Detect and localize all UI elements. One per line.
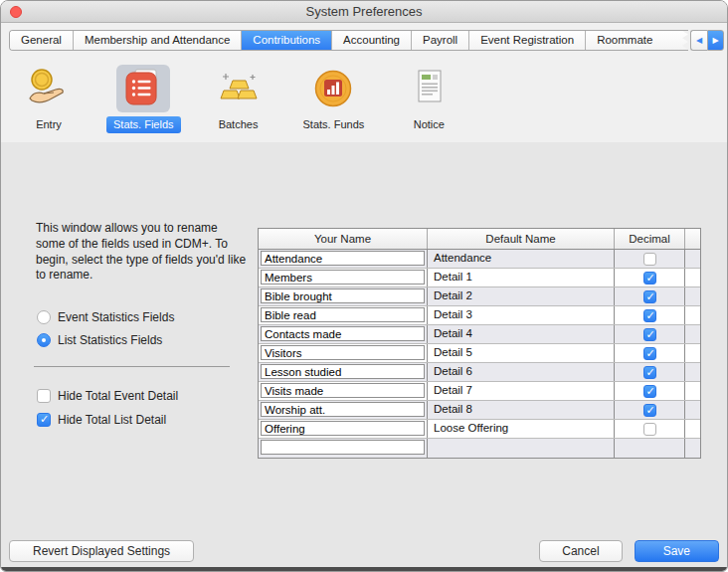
- your-name-cell: [259, 250, 428, 268]
- tab-scroll-left-button[interactable]: ◀: [690, 30, 707, 51]
- cancel-button[interactable]: Cancel: [539, 540, 622, 562]
- header-default-name: Default Name: [428, 229, 615, 249]
- default-name-cell: Detail 4: [428, 325, 615, 343]
- toolbar-label-entry: Entry: [29, 116, 69, 133]
- fields-table: Your Name Default Name Decimal Attendanc…: [258, 228, 701, 459]
- extra-cell: [685, 382, 700, 400]
- your-name-input[interactable]: [261, 307, 425, 322]
- tab-roommate[interactable]: Roommate: [586, 31, 688, 50]
- decimal-cell: [615, 420, 685, 438]
- toolbar-label-notice: Notice: [407, 116, 452, 133]
- your-name-cell: [259, 420, 428, 438]
- checkbox-label: Hide Total Event Detail: [58, 389, 178, 403]
- decimal-cell: [615, 344, 685, 362]
- your-name-input[interactable]: [261, 402, 425, 417]
- radio-label: Event Statistics Fields: [58, 310, 174, 324]
- your-name-cell: [259, 287, 428, 305]
- decimal-checkbox[interactable]: [643, 423, 656, 436]
- radio-button-icon: [37, 310, 51, 324]
- checkbox-icon: [37, 413, 51, 427]
- toolbar-item-stats-funds[interactable]: Stats. Funds: [296, 65, 372, 133]
- table-row: Detail 8: [259, 401, 700, 420]
- table-row: Loose Offering: [259, 420, 700, 439]
- table-row: Attendance: [259, 250, 700, 269]
- gold-bars-icon: [212, 65, 266, 112]
- decimal-checkbox[interactable]: [643, 404, 656, 417]
- toolbar-item-stats-fields[interactable]: Stats. Fields: [106, 65, 181, 133]
- sidebar-divider: [34, 366, 230, 367]
- your-name-input[interactable]: [261, 364, 425, 379]
- your-name-input[interactable]: [261, 440, 425, 455]
- tab-event-registration[interactable]: Event Registration: [469, 31, 586, 50]
- tab-accounting[interactable]: Accounting: [332, 31, 412, 50]
- your-name-input[interactable]: [261, 345, 425, 360]
- radio-button-icon: [37, 333, 51, 347]
- your-name-input[interactable]: [261, 383, 425, 398]
- table-header: Your Name Default Name Decimal: [259, 229, 700, 250]
- system-preferences-window: System Preferences General Membership an…: [0, 0, 728, 572]
- your-name-input[interactable]: [261, 421, 425, 436]
- your-name-input[interactable]: [261, 288, 425, 303]
- close-button[interactable]: [10, 6, 22, 18]
- coin-in-hand-icon: [22, 65, 76, 112]
- extra-cell: [685, 250, 700, 268]
- default-name-cell: Detail 7: [428, 382, 615, 400]
- checkbox-hide-total-list-detail[interactable]: Hide Total List Detail: [37, 413, 166, 427]
- radio-event-statistics-fields[interactable]: Event Statistics Fields: [37, 310, 174, 324]
- document-icon: [402, 65, 455, 112]
- table-row: [259, 439, 700, 458]
- table-row: Detail 5: [259, 344, 700, 363]
- default-name-cell: Detail 8: [428, 401, 615, 419]
- your-name-input[interactable]: [261, 251, 425, 266]
- tab-membership-and-attendance[interactable]: Membership and Attendance: [74, 31, 242, 50]
- revert-displayed-settings-button[interactable]: Revert Displayed Settings: [9, 540, 194, 562]
- tab-strip: General Membership and Attendance Contri…: [9, 30, 688, 51]
- extra-cell: [685, 439, 700, 458]
- default-name-cell: Detail 2: [428, 287, 615, 305]
- your-name-cell: [259, 363, 428, 381]
- right-arrow-icon: ▶: [712, 36, 718, 45]
- tab-general[interactable]: General: [10, 31, 74, 50]
- your-name-input[interactable]: [261, 326, 425, 341]
- table-row: Detail 2: [259, 287, 700, 306]
- toolbar-label-stats-funds: Stats. Funds: [296, 116, 372, 133]
- tab-bar: General Membership and Attendance Contri…: [1, 23, 727, 57]
- decimal-cell: [615, 401, 685, 419]
- extra-cell: [685, 287, 700, 305]
- titlebar: System Preferences: [1, 1, 727, 23]
- decimal-checkbox[interactable]: [643, 366, 656, 379]
- decimal-checkbox[interactable]: [643, 347, 656, 360]
- table-row: Detail 4: [259, 325, 700, 344]
- default-name-cell: Detail 6: [428, 363, 615, 381]
- tab-payroll[interactable]: Payroll: [412, 31, 469, 50]
- checkbox-hide-total-event-detail[interactable]: Hide Total Event Detail: [37, 389, 178, 403]
- main-content: This window allows you to rename some of…: [1, 142, 727, 567]
- toolbar-item-entry[interactable]: Entry: [17, 65, 81, 133]
- your-name-cell: [259, 401, 428, 419]
- tab-scroll-right-button[interactable]: ▶: [707, 30, 724, 51]
- table-row: Detail 1: [259, 269, 700, 287]
- decimal-cell: [615, 382, 685, 400]
- your-name-cell: [259, 269, 428, 286]
- your-name-cell: [259, 382, 428, 400]
- default-name-cell: Attendance: [428, 250, 615, 268]
- toolbar-item-batches[interactable]: Batches: [207, 65, 271, 133]
- decimal-checkbox[interactable]: [643, 272, 656, 285]
- decimal-checkbox[interactable]: [643, 253, 656, 266]
- tab-contributions[interactable]: Contributions: [242, 31, 332, 50]
- decimal-checkbox[interactable]: [643, 290, 656, 303]
- radio-list-statistics-fields[interactable]: List Statistics Fields: [37, 333, 162, 347]
- extra-cell: [685, 269, 700, 286]
- decimal-checkbox[interactable]: [643, 309, 656, 322]
- table-row: Detail 6: [259, 363, 700, 382]
- decimal-checkbox[interactable]: [643, 385, 656, 398]
- save-button[interactable]: Save: [635, 540, 719, 562]
- red-list-icon: [116, 65, 170, 112]
- decimal-checkbox[interactable]: [643, 328, 656, 341]
- decimal-cell: [615, 287, 685, 305]
- header-your-name: Your Name: [259, 229, 428, 249]
- extra-cell: [685, 420, 700, 438]
- table-row: Detail 7: [259, 382, 700, 401]
- your-name-input[interactable]: [261, 270, 425, 285]
- toolbar-item-notice[interactable]: Notice: [397, 65, 460, 133]
